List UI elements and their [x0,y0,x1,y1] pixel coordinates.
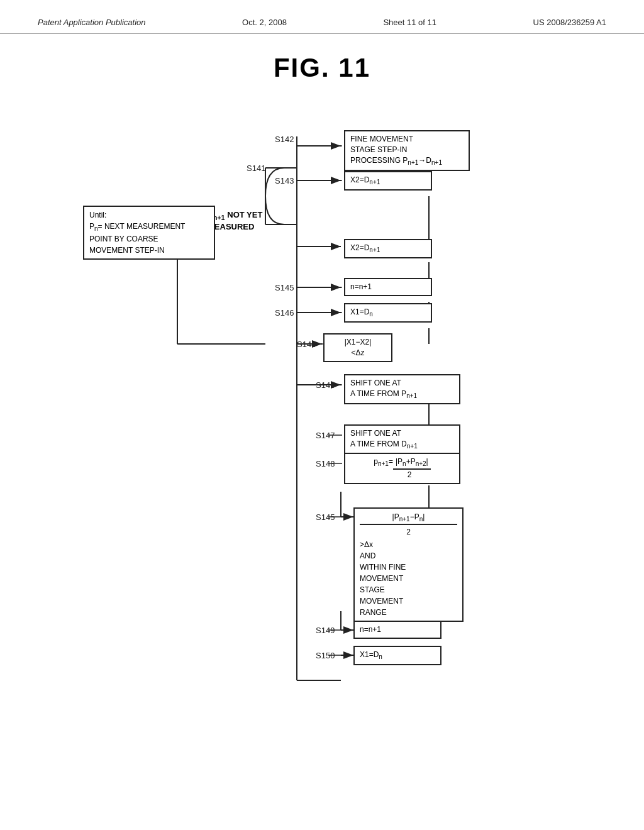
page-header: Patent Application Publication Oct. 2, 2… [0,0,644,34]
header-sheet: Sheet 11 of 11 [383,18,436,27]
box-x2-dn1-bot: X2=Dn+1 [344,239,432,258]
s148-label: S148 [316,459,335,468]
s150-label: S150 [316,651,335,660]
s149-label: S149 [316,626,335,635]
header-patent-number: US 2008/236259 A1 [533,18,606,27]
header-publication: Patent Application Publication [38,18,146,27]
box-x1-dn-bot: X1=Dn [353,646,441,665]
box-p-formula: pn+1=|Pn+Pn+2| 2 [344,453,460,484]
box-until: Until: Pn= NEXT MEASUREMENT POINT BY COA… [83,206,215,260]
s146-top-label: S146 [275,308,294,318]
s147-label: S147 [316,431,335,440]
box-fine-movement: FINE MOVEMENTSTAGE STEP-INPROCESSING Pn+… [344,130,470,171]
box-n-n1-top: n=n+1 [344,278,432,296]
page: Patent Application Publication Oct. 2, 2… [0,0,644,830]
box-x1-dn-top: X1=Dn [344,303,432,323]
s144-label: S144 [297,340,316,349]
branch-label-not-measured: Pn+1 NOT YETMEASURED [208,210,262,233]
box-n-n1-bot: n=n+1 [353,621,441,639]
figure-title: FIG. 11 [0,53,644,83]
box-abs-x1x2: |X1−X2|<Δz [323,333,392,362]
s143-label: S143 [275,176,294,185]
box-x2-dn1-top: X2=Dn+1 [344,171,432,191]
header-date: Oct. 2, 2008 [242,18,287,27]
s146b-label: S146 [316,380,335,390]
box-shift-d: SHIFT ONE ATA TIME FROM Dn+1 [344,424,460,455]
box-condition: |Pn+1−Pn| 2 >Δx AND WITHIN FINE MOVEMENT… [353,507,464,622]
s145-top-label: S145 [275,283,294,292]
s145b-label: S145 [316,512,335,522]
s142-label: S142 [275,135,294,144]
s141-label: S141 [247,163,265,173]
box-shift-p: SHIFT ONE ATA TIME FROM Pn+1 [344,374,460,404]
diagram: S142 S141 S143 S145 S146 S144 S146 S147 … [52,108,592,768]
